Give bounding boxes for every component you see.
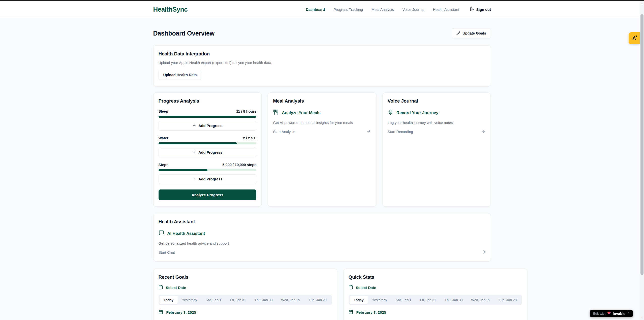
add-progress-label: Add Progress	[198, 124, 222, 128]
date-tab-today[interactable]: Today	[160, 296, 178, 304]
start-analysis-action[interactable]: Start Analysis	[273, 129, 371, 134]
current-date-label: February 3, 2025	[356, 310, 386, 314]
sign-out-button[interactable]: Sign out	[470, 7, 491, 12]
date-tab-bar: Today Yesterday Sat, Feb 1 Fri, Jan 31 T…	[159, 295, 332, 305]
progress-label: Steps	[159, 163, 169, 167]
heart-gradient-icon	[607, 311, 611, 316]
date-tab[interactable]: Sat, Feb 1	[391, 296, 416, 304]
progress-analysis-title: Progress Analysis	[159, 98, 257, 104]
log-out-icon	[470, 7, 474, 12]
voice-journal-description: Log your health journey with voice notes	[388, 121, 486, 125]
start-chat-label: Start Chat	[159, 250, 175, 254]
start-recording-action[interactable]: Start Recording	[388, 129, 486, 134]
browser-top-strip	[0, 0, 644, 1]
progress-row-water: Water 2 / 2.5 L Add Progress	[159, 136, 257, 157]
ai-health-assistant-link[interactable]: AI Health Assistant	[159, 230, 486, 237]
current-date-label: February 3, 2025	[166, 310, 196, 314]
lambda-logo-icon: Λ	[632, 36, 636, 41]
date-tab[interactable]: Wed, Jan 29	[467, 296, 495, 304]
date-tab-yesterday[interactable]: Yesterday	[178, 296, 201, 304]
progress-bar-steps	[159, 169, 257, 171]
progress-value: 11 / 8 hours	[236, 109, 256, 113]
message-square-icon	[159, 230, 164, 237]
date-tab[interactable]: Thu, Jan 30	[250, 296, 277, 304]
utensils-icon	[273, 109, 279, 116]
add-progress-label: Add Progress	[198, 150, 222, 154]
upload-health-data-button[interactable]: Upload Health Data	[159, 70, 202, 80]
select-date-label: Select Date	[166, 285, 186, 290]
recent-goals-title: Recent Goals	[159, 274, 332, 280]
date-tab[interactable]: Fri, Jan 31	[226, 296, 250, 304]
microphone-icon	[388, 109, 393, 116]
start-chat-action[interactable]: Start Chat	[159, 250, 486, 255]
edit-with-lovable-badge[interactable]: Edit with lovable ×	[590, 310, 633, 317]
date-tab[interactable]: Thu, Jan 30	[440, 296, 467, 304]
calendar-icon	[349, 310, 353, 315]
update-goals-button[interactable]: Update Goals	[452, 28, 491, 38]
nav-item-voice-journal[interactable]: Voice Journal	[402, 8, 424, 12]
scroll-up-icon[interactable]: ▲	[640, 2, 644, 6]
add-progress-button-sleep[interactable]: Add Progress	[159, 121, 257, 131]
calendar-icon	[159, 285, 163, 290]
add-progress-button-steps[interactable]: Add Progress	[159, 174, 257, 184]
nav-item-meal-analysis[interactable]: Meal Analysis	[372, 8, 394, 12]
plus-icon	[192, 123, 196, 128]
date-tab[interactable]: Tue, Jan 28	[304, 296, 331, 304]
health-assistant-description: Get personalized health advice and suppo…	[159, 241, 486, 245]
current-date-display: February 3, 2025	[349, 310, 522, 315]
app-header: HealthSync Dashboard Progress Tracking M…	[0, 1, 644, 18]
record-your-journey-label: Record Your Journey	[396, 110, 438, 115]
date-tab-today[interactable]: Today	[350, 296, 368, 304]
integration-description: Upload your Apple Health export (export.…	[159, 61, 486, 65]
update-goals-label: Update Goals	[463, 31, 486, 35]
date-tab-yesterday[interactable]: Yesterday	[368, 296, 391, 304]
date-tab[interactable]: Wed, Jan 29	[277, 296, 304, 304]
nav-item-dashboard[interactable]: Dashboard	[306, 8, 325, 12]
close-icon[interactable]: ×	[628, 311, 630, 314]
progress-row-sleep: Sleep 11 / 8 hours Add Progress	[159, 109, 257, 131]
meal-analysis-description: Get AI-powered nutritional insights for …	[273, 121, 371, 125]
analyze-your-meals-link[interactable]: Analyze Your Meals	[273, 109, 371, 116]
nav-item-health-assistant[interactable]: Health Assistant	[433, 8, 459, 12]
voice-journal-card: Voice Journal Record Your Journey Log yo…	[382, 92, 491, 207]
date-tab-bar: Today Yesterday Sat, Feb 1 Fri, Jan 31 T…	[349, 295, 522, 305]
analyze-progress-button[interactable]: Analyze Progress	[159, 189, 257, 200]
scrollbar-thumb[interactable]	[640, 14, 643, 275]
meal-analysis-title: Meal Analysis	[273, 98, 371, 104]
dashboard-main: Dashboard Overview Update Goals Health D…	[153, 18, 491, 320]
date-tab[interactable]: Tue, Jan 28	[495, 296, 521, 304]
voice-journal-title: Voice Journal	[388, 98, 486, 104]
date-tab[interactable]: Fri, Jan 31	[416, 296, 440, 304]
edit-with-label: Edit with	[593, 312, 605, 315]
progress-bar-water	[159, 142, 257, 144]
progress-value: 5,000 / 10,000 steps	[223, 163, 257, 167]
calendar-icon	[349, 285, 353, 290]
health-data-integration-card: Health Data Integration Upload your Appl…	[153, 45, 491, 86]
select-date-button[interactable]: Select Date	[349, 285, 522, 290]
date-tab[interactable]: Sat, Feb 1	[201, 296, 226, 304]
progress-row-steps: Steps 5,000 / 10,000 steps Add Progress	[159, 163, 257, 184]
scroll-down-icon[interactable]: ▼	[640, 315, 644, 319]
arrow-right-icon	[481, 250, 486, 255]
start-analysis-label: Start Analysis	[273, 130, 295, 134]
plus-icon	[192, 150, 196, 155]
add-progress-button-water[interactable]: Add Progress	[159, 148, 257, 157]
arrow-right-icon	[481, 129, 485, 134]
main-nav: Dashboard Progress Tracking Meal Analysi…	[306, 7, 491, 12]
arrow-right-icon	[366, 129, 371, 134]
nav-item-progress-tracking[interactable]: Progress Tracking	[333, 8, 363, 12]
lovable-brand-label: lovable	[613, 312, 625, 316]
app-logo[interactable]: HealthSync	[153, 6, 188, 13]
vertical-scrollbar[interactable]: ▲ ▼	[640, 1, 644, 320]
select-date-button[interactable]: Select Date	[159, 285, 332, 290]
quick-stats-title: Quick Stats	[349, 274, 522, 280]
floating-ai-widget-button[interactable]: Λ	[629, 32, 640, 44]
progress-bar-sleep	[159, 116, 257, 118]
sign-out-label: Sign out	[476, 8, 491, 12]
ai-health-assistant-label: AI Health Assistant	[167, 231, 205, 236]
page-title: Dashboard Overview	[153, 30, 214, 37]
health-assistant-card: Health Assistant AI Health Assistant Get…	[153, 213, 491, 262]
calendar-icon	[159, 310, 163, 315]
record-your-journey-link[interactable]: Record Your Journey	[388, 109, 486, 116]
add-progress-label: Add Progress	[198, 177, 222, 181]
